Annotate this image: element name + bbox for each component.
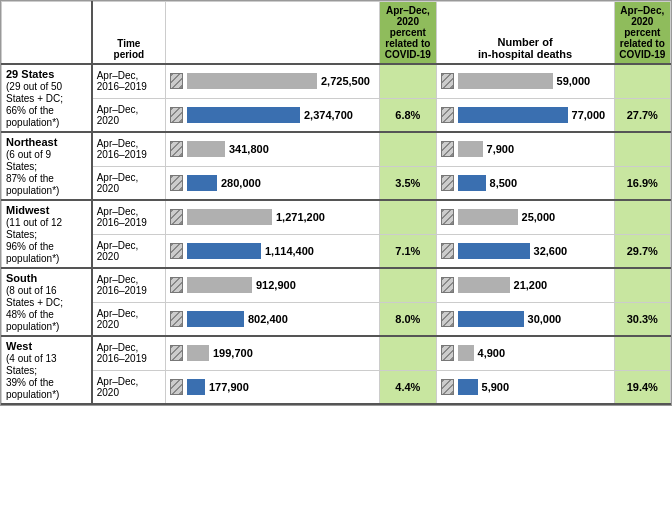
covid-pct-cell-2: 16.9% [614, 166, 670, 200]
hatch-icon [170, 73, 183, 89]
hatch-icon [170, 141, 183, 157]
table-row: 29 States(29 out of 50States + DC;66% of… [2, 64, 671, 98]
time-cell: Apr–Dec,2020 [92, 234, 166, 268]
deaths-value: 25,000 [522, 211, 556, 223]
hosp-value: 1,271,200 [276, 211, 325, 223]
covid-pct-cell-1 [380, 64, 436, 98]
hatch-icon-deaths [441, 73, 454, 89]
region-cell: Northeast(6 out of 9States;87% of thepop… [2, 132, 92, 200]
region-name: 29 States [6, 68, 54, 80]
header-covid-pct-2: Apr–Dec,2020percentrelated toCOVID-19 [614, 2, 670, 65]
hatch-icon-deaths [441, 345, 454, 361]
time-cell: Apr–Dec,2016–2019 [92, 132, 166, 166]
covid-pct-cell-1: 6.8% [380, 98, 436, 132]
hatch-icon-deaths [441, 209, 454, 225]
deaths-value: 77,000 [572, 109, 606, 121]
covid-pct-cell-2: 30.3% [614, 302, 670, 336]
deaths-bar-cell: 8,500 [436, 166, 614, 200]
table-row: Apr–Dec,2020177,9004.4%5,90019.4% [2, 370, 671, 404]
hatch-icon [170, 209, 183, 225]
deaths-bar [458, 107, 568, 123]
covid-pct-cell-1 [380, 132, 436, 166]
table-row: Apr–Dec,2020280,0003.5%8,50016.9% [2, 166, 671, 200]
deaths-bar [458, 141, 483, 157]
deaths-value: 7,900 [487, 143, 515, 155]
hatch-icon [170, 175, 183, 191]
hosp-bar-cell: 2,725,500 [166, 64, 380, 98]
hosp-value: 280,000 [221, 177, 261, 189]
header-covid-pct-1: Apr–Dec,2020percentrelated toCOVID-19 [380, 2, 436, 65]
region-sub: (6 out of 9States;87% of thepopulation*) [6, 149, 59, 196]
hatch-icon-deaths [441, 243, 454, 259]
hosp-value: 2,725,500 [321, 75, 370, 87]
hosp-bar [187, 345, 209, 361]
hosp-value: 802,400 [248, 313, 288, 325]
hosp-bar-cell: 1,271,200 [166, 200, 380, 234]
time-cell: Apr–Dec,2016–2019 [92, 336, 166, 370]
hosp-value: 199,700 [213, 347, 253, 359]
covid-pct-cell-2: 29.7% [614, 234, 670, 268]
hosp-bar [187, 141, 225, 157]
covid-pct-cell-1 [380, 200, 436, 234]
deaths-bar [458, 345, 474, 361]
deaths-bar-cell: 7,900 [436, 132, 614, 166]
table-row: Northeast(6 out of 9States;87% of thepop… [2, 132, 671, 166]
covid-pct-cell-1 [380, 268, 436, 302]
covid-pct-cell-1 [380, 336, 436, 370]
hatch-icon [170, 311, 183, 327]
deaths-bar [458, 209, 518, 225]
hatch-icon-deaths [441, 311, 454, 327]
deaths-bar [458, 73, 553, 89]
hosp-bar-cell: 199,700 [166, 336, 380, 370]
header-hospitalizations [166, 2, 380, 65]
hosp-value: 912,900 [256, 279, 296, 291]
hosp-bar-cell: 341,800 [166, 132, 380, 166]
covid-pct-cell-1: 4.4% [380, 370, 436, 404]
region-sub: (8 out of 16States + DC;48% of thepopula… [6, 285, 63, 332]
header-region [2, 2, 92, 65]
hosp-value: 177,900 [209, 381, 249, 393]
hosp-bar [187, 311, 244, 327]
time-cell: Apr–Dec,2016–2019 [92, 268, 166, 302]
time-cell: Apr–Dec,2016–2019 [92, 64, 166, 98]
deaths-value: 5,900 [482, 381, 510, 393]
time-cell: Apr–Dec,2020 [92, 302, 166, 336]
header-row: Timeperiod Apr–Dec,2020percentrelated to… [2, 2, 671, 65]
deaths-value: 30,000 [528, 313, 562, 325]
hatch-icon-deaths [441, 141, 454, 157]
hatch-icon-deaths [441, 277, 454, 293]
deaths-bar-cell: 59,000 [436, 64, 614, 98]
deaths-value: 59,000 [557, 75, 591, 87]
hosp-bar-cell: 280,000 [166, 166, 380, 200]
header-deaths: Number ofin-hospital deaths [436, 2, 614, 65]
deaths-bar-cell: 32,600 [436, 234, 614, 268]
hosp-bar-cell: 1,114,400 [166, 234, 380, 268]
covid-pct-cell-2: 19.4% [614, 370, 670, 404]
deaths-value: 8,500 [490, 177, 518, 189]
hosp-bar [187, 107, 300, 123]
hatch-icon-deaths [441, 107, 454, 123]
covid-pct-cell-2: 27.7% [614, 98, 670, 132]
table-row: West(4 out of 13States;39% of thepopulat… [2, 336, 671, 370]
hosp-bar-cell: 177,900 [166, 370, 380, 404]
hosp-bar [187, 175, 217, 191]
table-row: Apr–Dec,2020802,4008.0%30,00030.3% [2, 302, 671, 336]
region-name: Midwest [6, 204, 49, 216]
covid-pct-cell-2 [614, 336, 670, 370]
region-cell: South(8 out of 16States + DC;48% of thep… [2, 268, 92, 336]
hatch-icon [170, 107, 183, 123]
main-table-wrapper: Timeperiod Apr–Dec,2020percentrelated to… [0, 0, 672, 406]
deaths-bar-cell: 77,000 [436, 98, 614, 132]
table-row: Apr–Dec,20202,374,7006.8%77,00027.7% [2, 98, 671, 132]
hatch-icon [170, 277, 183, 293]
covid-pct-cell-2 [614, 132, 670, 166]
hosp-bar-cell: 802,400 [166, 302, 380, 336]
hosp-bar [187, 73, 317, 89]
time-cell: Apr–Dec,2020 [92, 98, 166, 132]
hosp-value: 341,800 [229, 143, 269, 155]
time-cell: Apr–Dec,2016–2019 [92, 200, 166, 234]
hosp-bar-cell: 2,374,700 [166, 98, 380, 132]
hatch-icon [170, 345, 183, 361]
hosp-bar [187, 209, 272, 225]
region-sub: (11 out of 12States;96% of thepopulation… [6, 217, 62, 264]
